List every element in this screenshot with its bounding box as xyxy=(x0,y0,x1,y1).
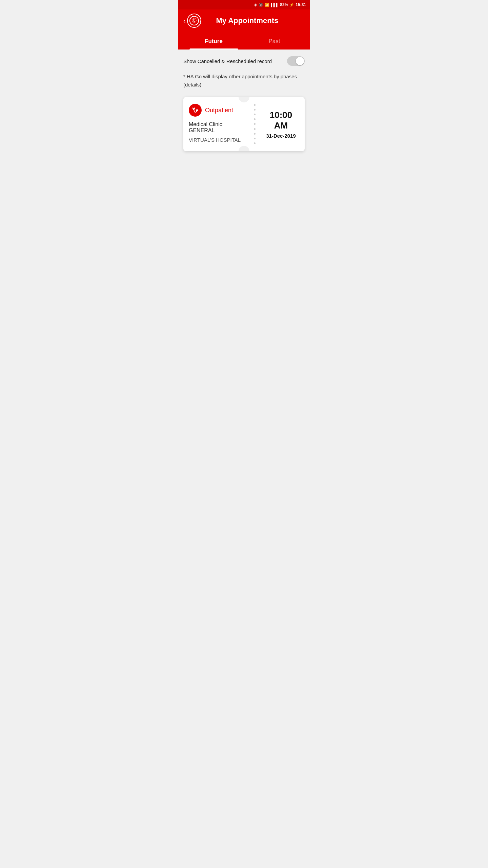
main-content: Show Cancelled & Rescheduled record * HA… xyxy=(178,50,310,253)
svg-point-0 xyxy=(197,110,198,111)
details-link[interactable]: details xyxy=(185,82,200,87)
status-bar: ⬖ 🔇 📶 ▌▌▌ 82% ⚡ 15:31 xyxy=(178,0,310,9)
card-left: Outpatient Medical Clinic: GENERAL VIRTU… xyxy=(183,97,252,151)
cancelled-toggle-row: Show Cancelled & Rescheduled record xyxy=(183,56,305,66)
app-header: ‹ Ⓒ › My Appointments Future Past xyxy=(178,9,310,50)
clinic-name: Medical Clinic: GENERAL xyxy=(189,121,246,134)
page-title: My Appointments xyxy=(205,16,289,25)
outpatient-icon xyxy=(189,104,202,117)
type-row: Outpatient xyxy=(189,104,246,117)
bluetooth-icon: ⬖ xyxy=(254,2,257,7)
status-icons: ⬖ 🔇 📶 ▌▌▌ 82% ⚡ 15:31 xyxy=(254,2,306,7)
divider-dot xyxy=(254,142,256,144)
tab-future[interactable]: Future xyxy=(183,33,244,50)
battery-text: 82% xyxy=(280,2,288,7)
appointment-time: 10:00 AM xyxy=(263,110,299,131)
appointment-card[interactable]: Outpatient Medical Clinic: GENERAL VIRTU… xyxy=(183,97,305,151)
back-arrow-icon[interactable]: ‹ xyxy=(183,17,186,25)
divider-dot xyxy=(254,128,256,130)
divider-dot xyxy=(254,133,256,135)
divider-dot xyxy=(254,109,256,111)
tab-past[interactable]: Past xyxy=(244,33,305,50)
mute-icon: 🔇 xyxy=(259,3,263,7)
logo-symbol: Ⓒ xyxy=(192,18,197,24)
battery-icon: ⚡ xyxy=(289,3,294,7)
toggle-knob xyxy=(296,57,304,65)
signal-icon: ▌▌▌ xyxy=(271,3,279,7)
card-right: 10:00 AM 31-Dec-2019 xyxy=(257,97,305,151)
appointment-type: Outpatient xyxy=(205,107,233,114)
divider-dot xyxy=(254,138,256,139)
cancelled-toggle[interactable] xyxy=(287,56,305,66)
info-text: * HA Go will display other appointments … xyxy=(183,73,305,89)
back-logo-group[interactable]: ‹ Ⓒ › xyxy=(183,14,201,28)
divider-dot xyxy=(254,104,256,106)
tab-bar: Future Past xyxy=(183,33,305,50)
logo-outer-circle: Ⓒ xyxy=(187,14,201,28)
divider-dot xyxy=(254,118,256,120)
time-display: 15:31 xyxy=(296,2,306,7)
divider-dot xyxy=(254,123,256,125)
logo-inner-circle: Ⓒ xyxy=(189,16,199,25)
toggle-label: Show Cancelled & Rescheduled record xyxy=(183,58,287,64)
divider-dot xyxy=(254,114,256,115)
appointment-date: 31-Dec-2019 xyxy=(266,133,296,139)
hospital-name: VIRTUAL'S HOSPITAL xyxy=(189,137,246,143)
wifi-icon: 📶 xyxy=(265,3,269,7)
